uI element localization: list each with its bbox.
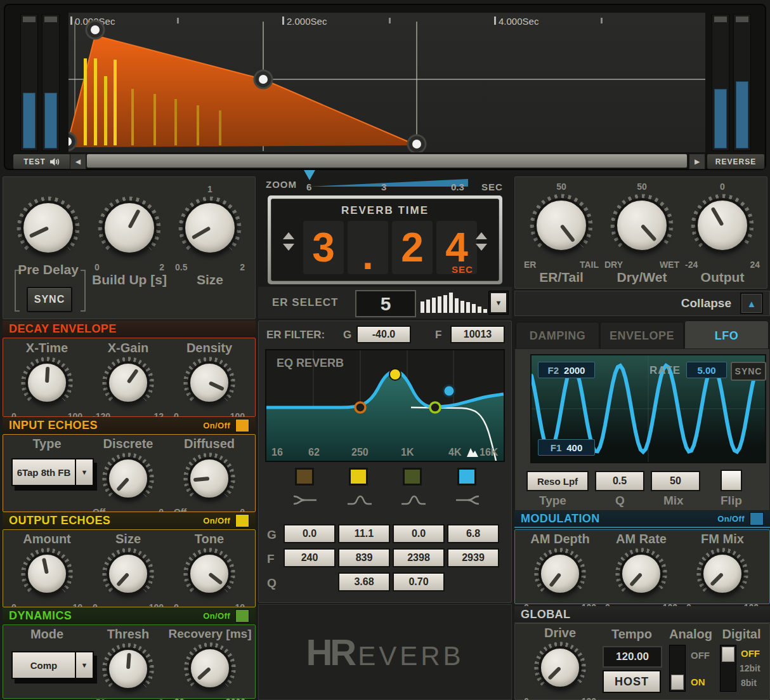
er-filter-gain-field[interactable]: -40.0	[356, 326, 411, 343]
tab-envelope[interactable]: ENVELOPE	[600, 322, 684, 350]
bell-icon	[345, 493, 373, 507]
band4-freq-field[interactable]: 2939	[447, 548, 499, 567]
collapse-button[interactable]: ▲	[740, 293, 763, 314]
lfo-display[interactable]: F22000 RATE 5.00 SYNC F1400	[530, 354, 766, 463]
drive-knob[interactable]	[533, 640, 587, 695]
am-depth-knob[interactable]	[533, 546, 587, 601]
er-select-value[interactable]: 5	[355, 290, 416, 317]
tab-lfo[interactable]: LFO	[684, 320, 769, 351]
output-echoes-onoff-toggle[interactable]	[235, 514, 249, 527]
low-shelf-icon	[291, 493, 319, 507]
lfo-f2-field[interactable]: F22000	[538, 362, 595, 378]
band1-gain-field[interactable]: 0.0	[284, 524, 336, 543]
lfo-tab-panel: F22000 RATE 5.00 SYNC F1400 Reso Lpf 0.5…	[514, 348, 770, 511]
er-filter-g-label: G	[343, 329, 351, 341]
eq-band4-button[interactable]	[457, 468, 476, 485]
band1-freq-field[interactable]: 240	[284, 548, 336, 567]
input-echoes-onoff-toggle[interactable]	[235, 419, 249, 432]
modulation-onoff-toggle[interactable]	[750, 512, 764, 525]
test-button[interactable]: TEST	[13, 154, 71, 169]
band3-gain-field[interactable]: 0.0	[393, 524, 445, 543]
analog-switch-handle[interactable]	[671, 675, 684, 690]
dynamics-onoff-toggle[interactable]	[235, 609, 249, 623]
lfo-f1-field[interactable]: F1400	[538, 439, 595, 456]
band2-freq-field[interactable]: 839	[338, 548, 390, 567]
decrement-icon[interactable]	[476, 244, 487, 251]
speaker-icon	[49, 157, 60, 166]
lfo-sync-button[interactable]: SYNC	[731, 362, 766, 381]
zoom-tick-min: 6	[306, 182, 311, 192]
increment-icon[interactable]	[476, 232, 487, 239]
density-knob-unit: Density 0100	[174, 341, 245, 421]
diffused-knob[interactable]	[182, 451, 237, 506]
envelope-graph[interactable]: 0.000Sec 2.000Sec 4.000Sec	[69, 13, 705, 152]
reverb-time-spinner-left[interactable]	[283, 232, 294, 251]
xtime-knob[interactable]	[20, 355, 74, 410]
reverb-time-digit-1[interactable]: 3	[303, 221, 344, 274]
predelay-knob[interactable]	[15, 195, 81, 261]
reverb-time-spinner-right[interactable]	[476, 232, 487, 251]
xgain-knob[interactable]	[101, 355, 155, 410]
density-knob[interactable]	[182, 355, 237, 410]
tone-knob[interactable]	[182, 546, 237, 601]
lfo-q-field[interactable]: 0.5	[595, 471, 644, 491]
er-select-dropdown-button[interactable]: ▼	[488, 291, 509, 315]
zoom-wedge[interactable]	[310, 178, 468, 189]
global-header: GLOBAL	[514, 606, 770, 623]
increment-icon[interactable]	[283, 232, 294, 239]
band2-q-field[interactable]: 3.68	[338, 572, 390, 591]
scroll-left-button[interactable]: ◀	[70, 154, 86, 169]
er-filter-freq-field[interactable]: 10013	[450, 326, 505, 343]
analog-switch[interactable]	[669, 645, 686, 692]
output-knob[interactable]	[689, 192, 755, 258]
echo-type-dropdown[interactable]: 6Tap 8th FB ▼	[11, 458, 94, 486]
reverb-time-digit-2[interactable]: .	[348, 221, 388, 274]
reverse-button[interactable]: REVERSE	[707, 154, 765, 169]
amount-knob[interactable]	[20, 546, 74, 601]
drywet-knob[interactable]	[609, 192, 675, 258]
thresh-knob[interactable]	[101, 642, 155, 696]
timeline-label-2: 2.000Sec	[287, 16, 327, 27]
dynamics-mode-dropdown-button[interactable]: ▼	[76, 652, 93, 678]
chevron-down-icon: ▼	[81, 661, 88, 669]
buildup-knob[interactable]	[96, 195, 162, 261]
svg-text:16K: 16K	[480, 447, 499, 458]
q-row-label: Q	[267, 576, 277, 590]
envelope-scrollbar[interactable]	[86, 154, 688, 168]
chevron-down-icon: ▼	[81, 468, 88, 476]
input-echoes-onoff-label: On/Off	[203, 421, 230, 430]
tab-damping[interactable]: DAMPING	[516, 322, 599, 350]
band3-freq-field[interactable]: 2398	[393, 548, 445, 567]
digital-switch[interactable]	[720, 645, 736, 692]
lfo-rate-field[interactable]: 5.00	[686, 362, 727, 378]
host-button[interactable]: HOST	[603, 670, 661, 693]
dynamics-mode-dropdown[interactable]: Comp ▼	[11, 651, 94, 679]
size-knob[interactable]	[177, 195, 243, 261]
lfo-flip-button[interactable]	[721, 470, 742, 491]
eq-band2-button[interactable]	[349, 468, 368, 485]
discrete-knob[interactable]	[101, 451, 155, 506]
eq-band3-button[interactable]	[403, 468, 422, 485]
band3-q-field[interactable]: 0.70	[393, 572, 445, 591]
eq-band1-button[interactable]	[295, 468, 314, 485]
band4-gain-field[interactable]: 6.8	[447, 524, 499, 543]
echo-size-knob[interactable]	[101, 546, 155, 601]
fm-mix-knob[interactable]	[695, 546, 750, 601]
predelay-sync-button[interactable]: SYNC	[27, 287, 72, 312]
am-rate-knob[interactable]	[614, 546, 669, 601]
eq-band4-marker	[443, 385, 455, 397]
digital-switch-handle[interactable]	[722, 647, 734, 662]
decrement-icon[interactable]	[283, 244, 294, 251]
ertail-knob[interactable]	[528, 192, 594, 258]
scroll-right-button[interactable]: ▶	[689, 154, 705, 169]
tempo-value-field[interactable]: 120.00	[603, 646, 662, 668]
echo-type-dropdown-button[interactable]: ▼	[76, 459, 93, 485]
chevron-down-icon: ▼	[495, 299, 502, 307]
band2-gain-field[interactable]: 11.1	[338, 524, 390, 543]
recovery-knob[interactable]	[183, 641, 237, 696]
reverb-time-digit-3[interactable]: 2	[392, 221, 433, 274]
lfo-mix-field[interactable]: 50	[651, 471, 700, 491]
collapse-bar: Collapse ▲	[514, 291, 770, 316]
lfo-filter-type-field[interactable]: Reso Lpf	[526, 471, 589, 491]
eq-graph[interactable]: EQ REVERB 16 62 250 1K 4K 16K	[265, 349, 505, 462]
